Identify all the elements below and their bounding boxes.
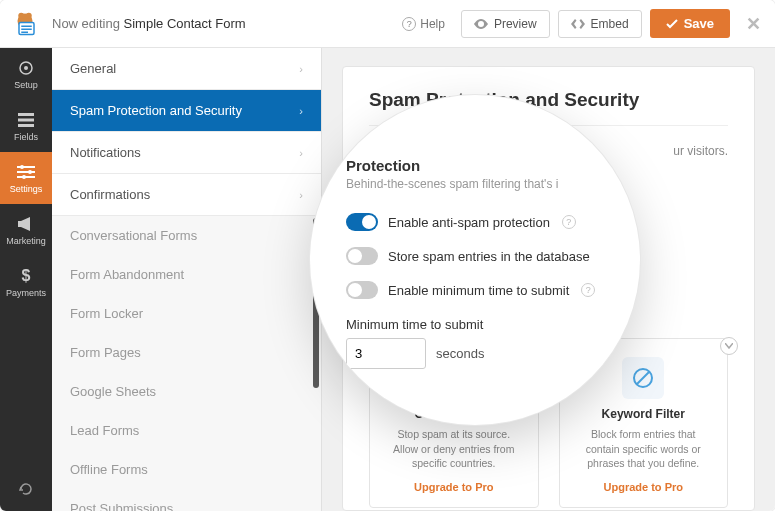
svg-line-19 [637,372,649,384]
dollar-icon: $ [17,267,35,285]
sidebar-item-notifications[interactable]: Notifications› [52,132,321,174]
fields-icon [17,111,35,129]
rail-undo[interactable] [0,467,52,511]
upgrade-link[interactable]: Upgrade to Pro [574,481,714,493]
embed-icon [571,19,585,29]
toggle-label: Store spam entries in the database [388,249,590,264]
svg-point-17 [22,175,26,179]
svg-point-15 [28,170,32,174]
check-icon [666,19,678,29]
help-icon[interactable]: ? [581,283,595,297]
card-title: Keyword Filter [574,407,714,421]
svg-rect-10 [18,118,34,121]
toggle-min-time[interactable] [346,281,378,299]
sidebar-item-pages[interactable]: Form Pages [52,333,321,372]
min-time-input[interactable] [346,338,426,369]
undo-icon [18,481,34,497]
svg-rect-11 [18,124,34,127]
save-button[interactable]: Save [650,9,730,38]
sliders-icon [17,163,35,181]
rail-payments[interactable]: $ Payments [0,256,52,308]
svg-point-8 [24,66,28,70]
toggle-row-store-spam: Store spam entries in the database [346,239,604,273]
toggle-store-spam[interactable] [346,247,378,265]
help-link[interactable]: ? Help [394,11,453,37]
svg-point-2 [26,12,32,18]
protection-heading: Protection [346,157,604,174]
preview-button[interactable]: Preview [461,10,550,38]
sidebar-item-conversational[interactable]: Conversational Forms [52,216,321,255]
toggle-row-antispam: Enable anti-spam protection ? [346,205,604,239]
svg-point-1 [18,12,24,18]
svg-rect-9 [18,113,34,116]
rail-marketing[interactable]: Marketing [0,204,52,256]
rail-fields[interactable]: Fields [0,100,52,152]
sidebar-item-sheets[interactable]: Google Sheets [52,372,321,411]
chevron-right-icon: › [299,105,303,117]
sidebar-item-post-submissions[interactable]: Post Submissions [52,489,321,511]
close-icon[interactable]: ✕ [746,13,761,35]
sidebar-item-confirmations[interactable]: Confirmations› [52,174,321,216]
sidebar-item-spam[interactable]: Spam Protection and Security› [52,90,321,132]
rail-settings[interactable]: Settings [0,152,52,204]
gear-icon [17,59,35,77]
eye-icon [474,19,488,29]
ban-icon [622,357,664,399]
upgrade-link[interactable]: Upgrade to Pro [384,481,524,493]
wpforms-logo [8,7,42,41]
toggle-row-min-time: Enable minimum time to submit ? [346,273,604,307]
min-time-unit: seconds [436,346,484,361]
sidebar-item-abandonment[interactable]: Form Abandonment [52,255,321,294]
protection-subheading: Behind-the-scenes spam filtering that's … [346,177,604,191]
chevron-right-icon: › [299,189,303,201]
megaphone-icon [17,215,35,233]
sidebar-item-leads[interactable]: Lead Forms [52,411,321,450]
rail-setup[interactable]: Setup [0,48,52,100]
form-name[interactable]: Simple Contact Form [124,16,246,31]
chevron-down-icon [725,343,733,349]
card-desc: Stop spam at its source. Allow or deny e… [384,427,524,471]
chevron-right-icon: › [299,63,303,75]
toggle-antispam[interactable] [346,213,378,231]
now-editing: Now editing Simple Contact Form [52,16,246,31]
topbar: Now editing Simple Contact Form ? Help P… [0,0,775,48]
card-desc: Block form entries that contain specific… [574,427,714,471]
min-time-label: Minimum time to submit [346,317,604,332]
sidebar-item-offline[interactable]: Offline Forms [52,450,321,489]
help-icon[interactable]: ? [562,215,576,229]
chevron-right-icon: › [299,147,303,159]
toggle-label: Enable minimum time to submit [388,283,569,298]
magnifier-lens: Protection Behind-the-scenes spam filter… [310,95,640,425]
help-icon: ? [402,17,416,31]
left-rail: Setup Fields Settings Marketing $ Paymen… [0,48,52,511]
settings-sidebar: General› Spam Protection and Security› N… [52,48,322,511]
sidebar-item-general[interactable]: General› [52,48,321,90]
embed-button[interactable]: Embed [558,10,642,38]
sidebar-item-locker[interactable]: Form Locker [52,294,321,333]
toggle-label: Enable anti-spam protection [388,215,550,230]
collapse-toggle[interactable] [720,337,738,355]
svg-point-13 [20,165,24,169]
